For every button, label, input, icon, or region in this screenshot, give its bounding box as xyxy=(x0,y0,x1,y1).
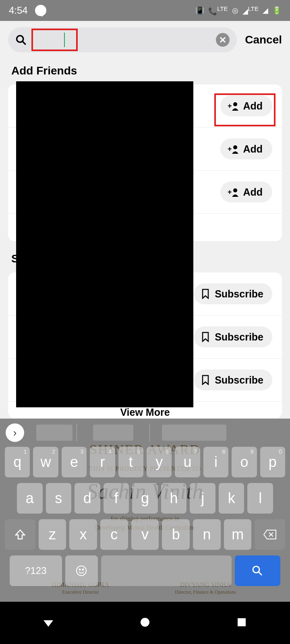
key-n[interactable]: n xyxy=(193,519,221,550)
search-input[interactable] xyxy=(31,29,78,51)
emoji-icon xyxy=(76,565,87,576)
status-time: 4:54 xyxy=(9,5,28,16)
expand-suggestions-button[interactable]: › xyxy=(6,423,24,442)
add-person-icon: + xyxy=(228,144,239,154)
svg-point-14 xyxy=(83,569,84,570)
space-key[interactable] xyxy=(101,555,232,586)
key-u[interactable]: u7 xyxy=(175,447,200,477)
svg-point-0 xyxy=(17,36,23,42)
wifi-call-icon: 📞LTE xyxy=(208,5,228,16)
key-b[interactable]: b xyxy=(162,519,190,550)
search-icon xyxy=(15,34,27,45)
key-p[interactable]: p0 xyxy=(260,447,285,477)
bookmark-icon xyxy=(201,375,210,385)
key-c[interactable]: c xyxy=(100,519,128,550)
bookmark-icon xyxy=(201,289,210,299)
vibrate-icon: 📳 xyxy=(195,6,204,15)
keyboard: SHINER AWARD THIS IS PROUDLY PRESENTED T… xyxy=(0,419,290,602)
recents-button[interactable] xyxy=(236,616,248,630)
add-label: Add xyxy=(243,186,263,198)
key-q[interactable]: q1 xyxy=(5,447,30,477)
add-friend-button[interactable]: + Add xyxy=(220,95,272,116)
key-g[interactable]: g xyxy=(132,483,158,514)
add-friends-title: Add Friends xyxy=(0,59,290,85)
signal2-icon: ◢ xyxy=(263,6,268,15)
hotspot-icon: ◎ xyxy=(232,6,238,15)
key-m[interactable]: m xyxy=(224,519,252,550)
subscribe-label: Subscribe xyxy=(215,331,263,343)
key-k[interactable]: k xyxy=(219,483,244,514)
key-l[interactable]: l xyxy=(247,483,273,514)
svg-point-12 xyxy=(77,566,86,576)
suggestion-3[interactable] xyxy=(162,425,226,441)
svg-text:+: + xyxy=(228,145,232,153)
key-w[interactable]: w2 xyxy=(33,447,58,477)
shift-key[interactable] xyxy=(5,519,35,550)
messenger-icon xyxy=(35,5,46,16)
svg-rect-18 xyxy=(238,618,246,626)
cert-sig2b: Director, Finance & Operations xyxy=(153,589,258,595)
close-icon xyxy=(220,37,226,43)
svg-point-9 xyxy=(233,188,237,192)
add-friend-button[interactable]: + Add xyxy=(220,182,272,202)
cancel-button[interactable]: Cancel xyxy=(245,33,282,46)
suggestion-1[interactable] xyxy=(36,425,72,441)
svg-text:+: + xyxy=(228,188,232,196)
subscribe-label: Subscribe xyxy=(215,288,263,300)
bookmark-icon xyxy=(201,332,210,342)
search-box[interactable] xyxy=(8,27,237,52)
svg-line-1 xyxy=(23,41,26,45)
status-icons: 📳 📞LTE ◎ ◢LTE ◢ 🔋 xyxy=(195,5,281,16)
status-bar: 4:54 📳 📞LTE ◎ ◢LTE ◢ 🔋 xyxy=(0,0,290,21)
battery-icon: 🔋 xyxy=(272,6,281,15)
shift-icon xyxy=(14,528,26,541)
key-t[interactable]: t5 xyxy=(118,447,143,477)
key-o[interactable]: o9 xyxy=(232,447,257,477)
subscribe-label: Subscribe xyxy=(215,374,263,386)
key-a[interactable]: a xyxy=(17,483,43,514)
subscribe-button[interactable]: Subscribe xyxy=(194,283,272,304)
subscribe-button[interactable]: Subscribe xyxy=(194,326,272,347)
key-j[interactable]: j xyxy=(190,483,215,514)
key-e[interactable]: e3 xyxy=(62,447,87,477)
key-s[interactable]: s xyxy=(46,483,72,514)
key-r[interactable]: r4 xyxy=(90,447,115,477)
cert-sig1b: Executive Director xyxy=(36,589,125,595)
android-nav-bar xyxy=(0,602,290,644)
search-icon xyxy=(251,565,263,577)
add-person-icon: + xyxy=(228,101,239,111)
clear-search-button[interactable] xyxy=(216,33,230,47)
signal-icon: ◢LTE xyxy=(242,5,259,16)
key-z[interactable]: z xyxy=(39,519,66,550)
svg-point-17 xyxy=(141,618,149,627)
redaction-overlay xyxy=(16,81,193,407)
svg-text:+: + xyxy=(228,102,232,110)
symbols-key[interactable]: ?123 xyxy=(10,555,62,586)
add-person-icon: + xyxy=(228,187,239,197)
key-v[interactable]: v xyxy=(131,519,159,550)
suggestion-2[interactable] xyxy=(93,425,133,441)
key-h[interactable]: h xyxy=(161,483,187,514)
add-friend-button[interactable]: + Add xyxy=(220,138,272,159)
key-i[interactable]: i8 xyxy=(203,447,228,477)
svg-line-16 xyxy=(259,572,262,575)
add-label: Add xyxy=(243,100,263,112)
svg-point-15 xyxy=(253,566,259,573)
svg-point-7 xyxy=(233,145,237,149)
search-header: Cancel xyxy=(0,21,290,59)
backspace-key[interactable] xyxy=(255,519,285,550)
add-label: Add xyxy=(243,143,263,155)
svg-point-5 xyxy=(233,102,237,106)
key-x[interactable]: x xyxy=(69,519,97,550)
key-f[interactable]: f xyxy=(104,483,129,514)
key-d[interactable]: d xyxy=(75,483,100,514)
keyboard-suggestions: › xyxy=(0,419,290,447)
svg-point-13 xyxy=(79,569,81,570)
backspace-icon xyxy=(263,529,277,540)
subscribe-button[interactable]: Subscribe xyxy=(194,369,272,390)
search-key[interactable] xyxy=(235,555,280,586)
key-y[interactable]: y6 xyxy=(147,447,172,477)
emoji-key[interactable] xyxy=(65,555,98,586)
back-button[interactable] xyxy=(42,616,54,630)
home-button[interactable] xyxy=(139,616,151,630)
